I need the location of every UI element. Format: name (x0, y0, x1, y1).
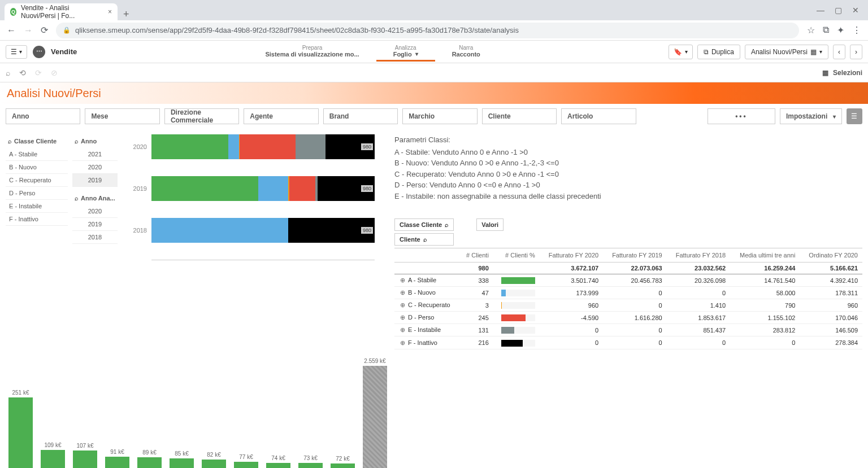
search-icon: ⌕ (423, 236, 427, 243)
expand-icon[interactable]: ⊕ (399, 289, 406, 296)
next-sheet-button[interactable]: › (850, 45, 862, 59)
filter-cliente[interactable]: Cliente (482, 108, 557, 124)
list-item[interactable]: 2020 (72, 161, 118, 174)
app-toolbar: ☰ ▾ ⋯ Vendite Prepara Sistema di visuali… (0, 41, 868, 63)
bottom-bar-chart[interactable]: 251 k€109 k€107 k€91 k€89 k€85 k€82 k€77… (0, 361, 396, 468)
menu-icon[interactable]: ⋮ (852, 25, 861, 36)
app-logo-icon: ⋯ (33, 46, 45, 58)
filter-direzione[interactable]: Direzione Commerciale (164, 108, 239, 124)
minimize-icon[interactable]: — (817, 6, 824, 15)
params-text: Parametri Classi: A - Stabile: Venduto A… (394, 134, 862, 202)
extension-icon[interactable]: ⧉ (823, 25, 829, 36)
search-icon: ⌕ (75, 138, 79, 145)
puzzle-icon[interactable]: ✦ (837, 25, 844, 36)
filter-marchio[interactable]: Marchio (402, 108, 477, 124)
filter-brand[interactable]: Brand (323, 108, 398, 124)
list-item[interactable]: 2020 (72, 205, 118, 218)
right-panel: Parametri Classi: A - Stabile: Venduto A… (383, 134, 862, 349)
filter-articolo[interactable]: Articolo (561, 108, 636, 124)
list-item[interactable]: 2019 (72, 218, 118, 231)
list-item[interactable]: C - Recuperato (6, 174, 68, 187)
list-item[interactable]: 2019 (72, 174, 118, 187)
reload-icon[interactable]: ⟳ (41, 25, 48, 36)
selection-bar: ⌕ ⟲ ⟳ ⊘ ▦ Selezioni (0, 63, 868, 82)
filter-anno[interactable]: Anno (6, 108, 80, 124)
chevron-down-icon: ▾ (415, 51, 418, 57)
expand-icon[interactable]: ⊕ (399, 314, 406, 321)
sheet-title: Analisi Nuovi/Persi (7, 87, 101, 100)
listbox-annoana-header[interactable]: ⌕Anno Ana... (72, 191, 118, 205)
workflow-tabs: Prepara Sistema di visualizzazione mo...… (248, 42, 497, 62)
back-icon[interactable]: ← (7, 25, 16, 36)
list-item[interactable]: A - Stabile (6, 148, 68, 161)
close-window-icon[interactable]: ✕ (852, 6, 859, 15)
filter-impostazioni[interactable]: Impostazioni▾ (780, 108, 842, 124)
lock-icon: 🔒 (63, 27, 71, 34)
table-row[interactable]: ⊕F - Inattivo2160000278.384 (394, 336, 862, 349)
listbox-anno-header[interactable]: ⌕Anno (72, 134, 118, 148)
smart-search-icon[interactable]: ⌕ (6, 68, 10, 77)
list-item[interactable]: 2021 (72, 148, 118, 161)
close-icon[interactable]: × (108, 8, 112, 16)
list-item[interactable]: D - Perso (6, 187, 68, 200)
expand-icon[interactable]: ⊕ (399, 277, 406, 284)
main-content: ⌕Classe Cliente A - StabileB - NuovoC - … (0, 129, 868, 355)
selections-grid-icon[interactable]: ▦ (822, 69, 828, 77)
selezioni-label[interactable]: Selezioni (833, 69, 862, 77)
app-name: Vendite (51, 47, 77, 56)
expand-icon[interactable]: ⊕ (399, 326, 406, 334)
tab-narra[interactable]: Narra Racconto (435, 42, 497, 62)
step-back-icon[interactable]: ⟲ (19, 68, 26, 77)
duplica-button[interactable]: ⧉ Duplica (697, 45, 740, 59)
list-item[interactable]: E - Instabile (6, 200, 68, 213)
browser-address-bar: ← → ⟳ 🔒 qliksense.smeup.com/sense/app/29… (0, 20, 868, 41)
filter-agente[interactable]: Agente (244, 108, 318, 124)
toolbar-right: 🔖 ▾ ⧉ Duplica Analisi Nuovi/Persi ▦ ▾ ‹ … (669, 45, 862, 59)
listbox-anno-wrap: ⌕Anno 202120202019 ⌕Anno Ana... 20202019… (72, 134, 118, 349)
star-icon[interactable]: ☆ (807, 25, 815, 36)
url-text: qliksense.smeup.com/sense/app/29f2d5f9-4… (75, 26, 519, 34)
listbox-classe: ⌕Classe Cliente A - StabileB - NuovoC - … (6, 134, 68, 349)
browser-tabstrip: Q Vendite - Analisi Nuovi/Persi | Fo... … (0, 0, 868, 20)
table-row[interactable]: ⊕B - Nuovo47173.9990058.000178.311 (394, 287, 862, 299)
list-item[interactable]: 2018 (72, 231, 118, 244)
filter-row: Anno Mese Direzione Commerciale Agente B… (0, 104, 868, 129)
listbox-classe-header[interactable]: ⌕Classe Cliente (6, 134, 68, 148)
table-row[interactable]: ⊕A - Stabile3383.501.74020.456.78320.326… (394, 274, 862, 287)
bookmark-button[interactable]: 🔖 ▾ (669, 45, 693, 59)
step-fwd-icon[interactable]: ⟳ (35, 68, 42, 77)
pivot-table[interactable]: # Clienti # Clienti % Fatturato FY 2020 … (394, 248, 862, 349)
table-row[interactable]: ⊕E - Instabile13100851.437283.812146.509 (394, 324, 862, 336)
filter-mese[interactable]: Mese (85, 108, 159, 124)
tab-title: Vendite - Analisi Nuovi/Persi | Fo... (21, 4, 103, 20)
sheet-selector[interactable]: Analisi Nuovi/Persi ▦ ▾ (745, 45, 828, 59)
stacked-bar-chart[interactable]: 202098020199802018980 (126, 134, 375, 349)
url-field[interactable]: 🔒 qliksense.smeup.com/sense/app/29f2d5f9… (56, 23, 799, 38)
maximize-icon[interactable]: ▢ (835, 6, 842, 15)
new-tab-button[interactable]: + (118, 8, 135, 20)
sheet-banner: Analisi Nuovi/Persi (0, 82, 868, 104)
listbox-panel: ⌕Classe Cliente A - StabileB - NuovoC - … (6, 134, 118, 349)
table-row[interactable]: ⊕C - Recuperato396001.410790960 (394, 299, 862, 312)
tab-prepara[interactable]: Prepara Sistema di visualizzazione mo... (248, 42, 376, 62)
pivot-table-area: Classe Cliente ⌕ Cliente ⌕ Valori # Clie… (394, 218, 862, 349)
prev-sheet-button[interactable]: ‹ (833, 45, 845, 59)
qlik-favicon: Q (10, 8, 16, 16)
tab-analizza[interactable]: Analizza Foglio▾ (376, 42, 435, 62)
grid-toggle-icon[interactable]: ☰ (847, 108, 862, 124)
expand-icon[interactable]: ⊕ (399, 301, 406, 309)
clear-icon[interactable]: ⊘ (51, 68, 58, 77)
pivot-valori[interactable]: Valori (476, 218, 504, 231)
search-icon: ⌕ (8, 138, 12, 145)
forward-icon[interactable]: → (24, 25, 33, 36)
search-icon: ⌕ (445, 221, 449, 228)
expand-icon[interactable]: ⊕ (399, 339, 406, 347)
filter-more[interactable]: ••• (708, 108, 775, 124)
pivot-dim-cliente[interactable]: Cliente ⌕ (394, 233, 454, 246)
table-row[interactable]: ⊕D - Perso245-4.5901.616.2801.853.6171.1… (394, 312, 862, 324)
browser-tab[interactable]: Q Vendite - Analisi Nuovi/Persi | Fo... … (5, 3, 118, 20)
list-item[interactable]: B - Nuovo (6, 161, 68, 174)
pivot-dim-classe[interactable]: Classe Cliente ⌕ (394, 218, 454, 231)
hamburger-menu[interactable]: ☰ ▾ (6, 45, 27, 59)
list-item[interactable]: F - Inattivo (6, 213, 68, 226)
